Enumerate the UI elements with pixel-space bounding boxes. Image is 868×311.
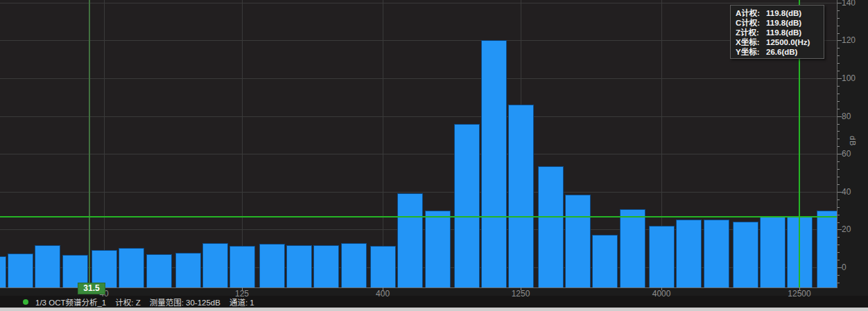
y-minor-tick-104db [837, 71, 840, 71]
x-tick-label-125hz: 125 [235, 289, 249, 299]
cursor-frequency-badge[interactable]: 31.5 [78, 283, 105, 294]
bar-100hz[interactable] [202, 243, 228, 288]
y-tick-label-140db: 140 [842, 0, 856, 8]
bar-63hz[interactable] [146, 254, 172, 287]
y-minor-tick-124db [837, 33, 840, 34]
y-minor-tick-12db [837, 245, 840, 245]
bar-200hz[interactable] [286, 245, 312, 287]
bar-250hz[interactable] [313, 245, 339, 287]
bar-800hz[interactable] [454, 124, 480, 287]
gridline-horizontal-60db [0, 154, 837, 154]
readout-value: 119.8(dB) [766, 18, 801, 28]
readout-value: 12500.0(Hz) [766, 37, 810, 47]
bar-315hz[interactable] [341, 243, 367, 287]
y-minor-tick--4db [837, 275, 840, 276]
y-tick-label-120db: 120 [842, 35, 856, 45]
y-minor-tick-48db [837, 177, 840, 177]
bar-50hz[interactable] [119, 248, 144, 287]
plot-area[interactable]: A计权: 119.8(dB) C计权: 119.8(dB) Z计权: 119.8… [0, 0, 837, 287]
readout-value: 26.6(dB) [766, 47, 797, 57]
bar-80hz[interactable] [175, 253, 201, 287]
measurement-title[interactable]: 1/3 OCT频谱分析_1 [35, 296, 106, 308]
y-tick-label-20db: 20 [842, 224, 851, 234]
bar-500hz[interactable] [397, 193, 423, 287]
y-minor-tick-116db [837, 48, 840, 48]
y-minor-tick-112db [837, 55, 840, 56]
y-minor-tick-72db [837, 131, 840, 132]
gridline-horizontal-40db [0, 192, 837, 193]
readout-row-c-weight: C计权: 119.8(dB) [736, 18, 824, 28]
y-minor-tick-56db [837, 161, 840, 162]
y-minor-tick-92db [837, 94, 840, 94]
y-minor-tick-28db [837, 215, 840, 215]
gridline-horizontal-120db [0, 40, 837, 41]
x-tick-4000hz [661, 287, 662, 290]
bar-1250hz[interactable] [508, 105, 534, 287]
y-minor-tick--8db [837, 283, 840, 283]
y-minor-tick-16db [837, 237, 840, 238]
bar-1600hz[interactable] [538, 166, 564, 287]
bar-20hz[interactable] [8, 254, 33, 287]
y-minor-tick-52db [837, 169, 840, 170]
weighting-info: 计权: Z [115, 296, 140, 308]
y-axis-unit-label: dB [849, 136, 857, 146]
status-bar: 1/3 OCT频谱分析_1 计权: Z 测量范围: 30-125dB 通道: 1 [0, 296, 868, 308]
bar-630hz[interactable] [425, 211, 451, 287]
y-tick-label-0db: 0 [842, 263, 847, 272]
bar-125hz[interactable] [229, 246, 255, 287]
x-tick-1250hz [521, 287, 521, 290]
x-axis-line [0, 287, 837, 288]
readout-label: C计权: [736, 18, 766, 28]
readout-row-a-weight: A计权: 119.8(dB) [736, 8, 824, 18]
bar-5000hz[interactable] [676, 220, 702, 287]
bar-40hz[interactable] [92, 250, 117, 287]
gridline-vertical-125hz [242, 0, 243, 287]
readout-label: A计权: [736, 8, 766, 18]
bar-3150hz[interactable] [620, 209, 645, 287]
x-tick-label-12500hz: 12500 [788, 289, 810, 299]
gridline-horizontal-140db [0, 3, 837, 3]
readout-label: X坐标: [736, 37, 766, 47]
spectrum-analyzer-window: A计权: 119.8(dB) C计权: 119.8(dB) Z计权: 119.8… [0, 0, 868, 311]
x-tick-400hz [383, 287, 383, 290]
y-minor-tick-96db [837, 86, 840, 87]
bar-8000hz[interactable] [733, 222, 758, 287]
y-minor-tick-128db [837, 26, 840, 26]
gridline-horizontal-100db [0, 78, 837, 79]
bar-6300hz[interactable] [704, 220, 729, 287]
readout-panel: A计权: 119.8(dB) C计权: 119.8(dB) Z计权: 119.8… [730, 5, 824, 59]
readout-value: 119.8(dB) [766, 8, 801, 18]
gridline-vertical-400hz [383, 0, 383, 287]
y-tick-label-80db: 80 [842, 112, 851, 121]
y-minor-tick-88db [837, 101, 840, 102]
bar-400hz[interactable] [370, 246, 396, 287]
x-tick-12500hz [799, 287, 800, 290]
y-tick-label-40db: 40 [842, 187, 851, 197]
bar-2000hz[interactable] [565, 195, 591, 287]
readout-row-y-coord: Y坐标: 26.6(dB) [736, 47, 824, 57]
y-minor-tick-8db [837, 252, 840, 253]
bar-16hz[interactable] [0, 256, 6, 287]
cursor-horizontal-line[interactable] [0, 216, 837, 217]
bar-1000hz[interactable] [481, 40, 507, 287]
y-minor-tick-32db [837, 207, 840, 208]
bar-2500hz[interactable] [592, 235, 618, 287]
bar-25hz[interactable] [35, 245, 60, 287]
y-minor-tick-44db [837, 184, 840, 185]
bar-160hz[interactable] [259, 244, 285, 287]
y-minor-tick-84db [837, 109, 840, 109]
bar-10000hz[interactable] [760, 216, 785, 287]
range-info: 测量范围: 30-125dB [150, 296, 220, 308]
channel-status-dot [23, 299, 28, 305]
readout-label: Z计权: [736, 28, 766, 37]
readout-label: Y坐标: [736, 47, 766, 57]
y-minor-tick-4db [837, 260, 840, 260]
y-minor-tick-132db [837, 18, 840, 19]
gridline-horizontal-80db [0, 116, 837, 117]
bar-4000hz[interactable] [649, 226, 675, 287]
bar-16000hz[interactable] [817, 211, 837, 287]
y-minor-tick-24db [837, 222, 840, 223]
y-tick-label-60db: 60 [842, 149, 851, 159]
gridline-vertical-40hz [104, 0, 105, 287]
band-marker-line[interactable] [89, 0, 90, 287]
